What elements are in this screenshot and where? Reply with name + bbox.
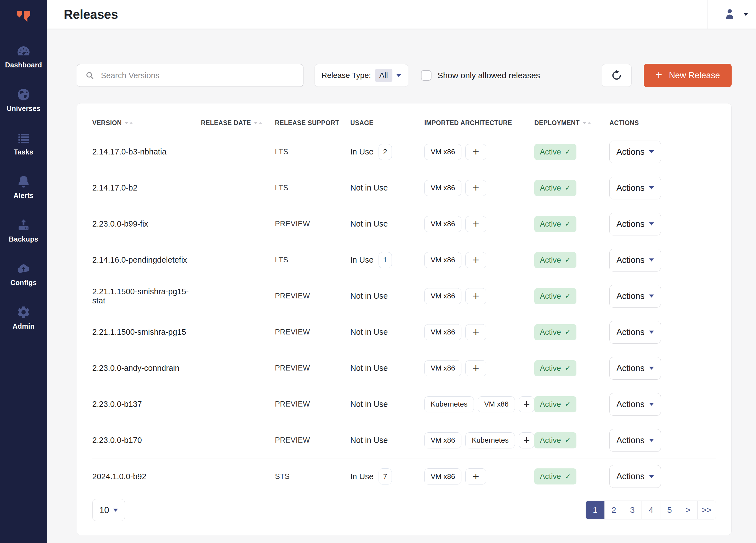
add-architecture-button[interactable]: + [465, 468, 486, 485]
add-architecture-button[interactable]: + [465, 324, 486, 340]
deployment-status-badge: Active ✓ [534, 360, 576, 376]
usage-count-badge[interactable]: 2 [379, 144, 392, 160]
backups-upload-icon [16, 218, 31, 232]
add-architecture-button[interactable]: + [465, 288, 486, 304]
column-label: RELEASE DATE [201, 119, 251, 127]
check-icon: ✓ [565, 400, 571, 409]
page-button-3[interactable]: 3 [623, 501, 642, 519]
imported-architecture-cell: VM x86Kubernetes + [424, 432, 534, 448]
sidebar-item-backups[interactable]: Backups [0, 218, 47, 243]
release-type-filter[interactable]: Release Type: All [315, 64, 408, 87]
column-header-usage: USAGE [350, 119, 424, 127]
architecture-chip: VM x86 [424, 288, 461, 304]
actions-button[interactable]: Actions [609, 249, 661, 272]
architecture-chip: VM x86 [424, 432, 461, 448]
show-only-allowed-checkbox[interactable] [421, 70, 431, 81]
page-button-2[interactable]: 2 [604, 501, 623, 519]
usage-cell: Not in Use [350, 183, 424, 192]
chevron-down-icon [649, 475, 654, 478]
chevron-down-icon [649, 403, 654, 406]
search-versions-input[interactable] [100, 71, 295, 80]
page-button-4[interactable]: 4 [642, 501, 660, 519]
actions-button[interactable]: Actions [609, 285, 661, 308]
sort-icons[interactable] [124, 122, 133, 124]
actions-button[interactable]: Actions [609, 465, 661, 488]
add-architecture-button[interactable]: + [465, 180, 486, 196]
add-architecture-button[interactable]: + [465, 360, 486, 376]
chevron-down-icon [649, 439, 654, 442]
actions-cell: Actions [609, 393, 716, 416]
actions-button[interactable]: Actions [609, 321, 661, 344]
add-architecture-button[interactable]: + [465, 252, 486, 268]
sort-icons[interactable] [254, 122, 262, 124]
chevron-down-icon [396, 74, 401, 77]
last-page-button[interactable]: >> [697, 501, 716, 519]
add-architecture-button[interactable]: + [465, 216, 486, 232]
sidebar-item-tasks[interactable]: Tasks [0, 131, 47, 156]
bell-icon [16, 174, 31, 189]
page-size-select[interactable]: 10 [92, 499, 125, 521]
yugabyte-logo[interactable] [13, 6, 34, 29]
actions-button[interactable]: Actions [609, 177, 661, 199]
architecture-chip: VM x86 [424, 144, 461, 160]
deployment-cell: Active ✓ [534, 216, 609, 232]
chevron-down-icon [649, 186, 654, 189]
column-header-release-date[interactable]: RELEASE DATE [201, 119, 275, 127]
gear-icon [16, 305, 31, 320]
toolbar: Release Type: All Show only allowed rele… [77, 64, 732, 87]
actions-button[interactable]: Actions [609, 141, 661, 163]
actions-cell: Actions [609, 465, 716, 488]
actions-button[interactable]: Actions [609, 429, 661, 452]
usage-count-badge[interactable]: 1 [379, 252, 392, 268]
next-page-button[interactable]: > [679, 501, 697, 519]
architecture-chip: VM x86 [424, 180, 461, 196]
deployment-status-badge: Active ✓ [534, 432, 576, 448]
check-icon: ✓ [565, 328, 571, 337]
column-header-deployment[interactable]: DEPLOYMENT [534, 119, 609, 127]
column-header-version[interactable]: VERSION [92, 119, 201, 127]
imported-architecture-cell: VM x86 + [424, 360, 534, 376]
imported-architecture-cell: VM x86 + [424, 180, 534, 196]
sort-desc-icon [124, 122, 128, 124]
architecture-chip: VM x86 [424, 324, 461, 340]
deployment-cell: Active ✓ [534, 468, 609, 485]
chevron-down-icon [649, 367, 654, 370]
table-row: 2.14.17.0-b2 LTS Not in Use VM x86 + Act… [92, 170, 716, 206]
actions-button[interactable]: Actions [609, 393, 661, 416]
page-button-1[interactable]: 1 [586, 501, 604, 519]
sidebar-item-alerts[interactable]: Alerts [0, 174, 47, 200]
new-release-label: New Release [669, 70, 720, 80]
version-cell: 2.21.1.1500-smishra-pg15 [92, 328, 201, 337]
actions-button[interactable]: Actions [609, 357, 661, 380]
page-button-5[interactable]: 5 [660, 501, 679, 519]
sort-icons[interactable] [583, 122, 591, 124]
release-support-cell: LTS [275, 256, 350, 264]
check-icon: ✓ [565, 256, 571, 264]
column-label: DEPLOYMENT [534, 119, 580, 127]
user-icon [723, 7, 736, 21]
deployment-status-badge: Active ✓ [534, 252, 576, 268]
deployment-status-badge: Active ✓ [534, 288, 576, 304]
sidebar-item-universes[interactable]: Universes [0, 87, 47, 113]
add-architecture-button[interactable]: + [519, 396, 534, 412]
actions-button[interactable]: Actions [609, 213, 661, 235]
sidebar-item-configs[interactable]: Configs [0, 261, 47, 287]
chevron-down-icon [649, 331, 654, 334]
deployment-cell: Active ✓ [534, 324, 609, 340]
usage-count-badge[interactable]: 7 [379, 468, 392, 485]
user-menu[interactable] [708, 0, 748, 29]
chevron-down-icon [649, 150, 654, 153]
sidebar-item-admin[interactable]: Admin [0, 305, 47, 330]
add-architecture-button[interactable]: + [465, 144, 486, 160]
deployment-status-badge: Active ✓ [534, 324, 576, 340]
sidebar-item-dashboard[interactable]: Dashboard [0, 44, 47, 69]
new-release-button[interactable]: + New Release [644, 64, 732, 87]
chevron-down-icon [649, 222, 654, 225]
topbar: Releases [47, 0, 756, 29]
usage-cell: Not in Use [350, 292, 424, 301]
table-row: 2.23.0.0-b99-fix PREVIEW Not in Use VM x… [92, 206, 716, 242]
add-architecture-button[interactable]: + [519, 432, 534, 448]
yugabyte-logo-icon [13, 8, 34, 26]
refresh-button[interactable] [602, 64, 632, 87]
architecture-chip: Kubernetes [424, 396, 474, 412]
